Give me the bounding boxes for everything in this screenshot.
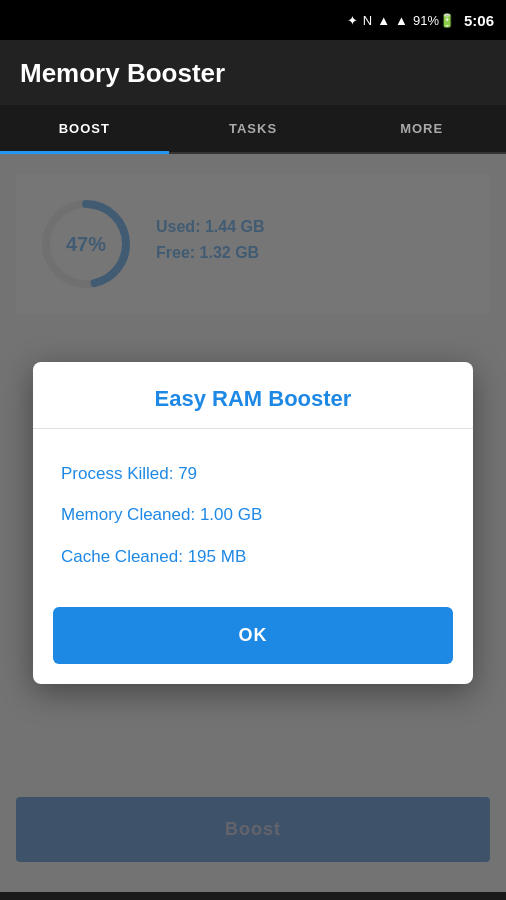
status-time: 5:06 — [464, 12, 494, 29]
status-icons: ✦ N ▲ ▲ 91%🔋 5:06 — [347, 12, 494, 29]
dialog-body: Process Killed: 79 Memory Cleaned: 1.00 … — [33, 437, 473, 598]
main-content: 47% Used: 1.44 GB Free: 1.32 GB Boost Ea… — [0, 154, 506, 892]
signal-icon: ▲ — [395, 13, 408, 28]
dialog-actions: OK — [33, 597, 473, 684]
status-bar: ✦ N ▲ ▲ 91%🔋 5:06 — [0, 0, 506, 40]
bluetooth-icon: ✦ — [347, 13, 358, 28]
dialog-stat-memory: Memory Cleaned: 1.00 GB — [61, 494, 445, 536]
dialog: Easy RAM Booster Process Killed: 79 Memo… — [33, 362, 473, 685]
tab-bar: BOOST TASKS MORE — [0, 105, 506, 154]
battery-icon: 91%🔋 — [413, 13, 455, 28]
network-icon: N — [363, 13, 372, 28]
tab-more[interactable]: MORE — [337, 105, 506, 152]
dialog-title: Easy RAM Booster — [33, 362, 473, 428]
dialog-stat-cache: Cache Cleaned: 195 MB — [61, 536, 445, 578]
dialog-overlay: Easy RAM Booster Process Killed: 79 Memo… — [0, 154, 506, 892]
dialog-stat-processes: Process Killed: 79 — [61, 453, 445, 495]
tab-tasks[interactable]: TASKS — [169, 105, 338, 152]
tab-boost[interactable]: BOOST — [0, 105, 169, 152]
wifi-icon: ▲ — [377, 13, 390, 28]
app-header: Memory Booster — [0, 40, 506, 105]
app-title: Memory Booster — [20, 58, 486, 89]
dialog-divider — [33, 428, 473, 429]
battery-percent: 91% — [413, 13, 439, 28]
ok-button[interactable]: OK — [53, 607, 453, 664]
